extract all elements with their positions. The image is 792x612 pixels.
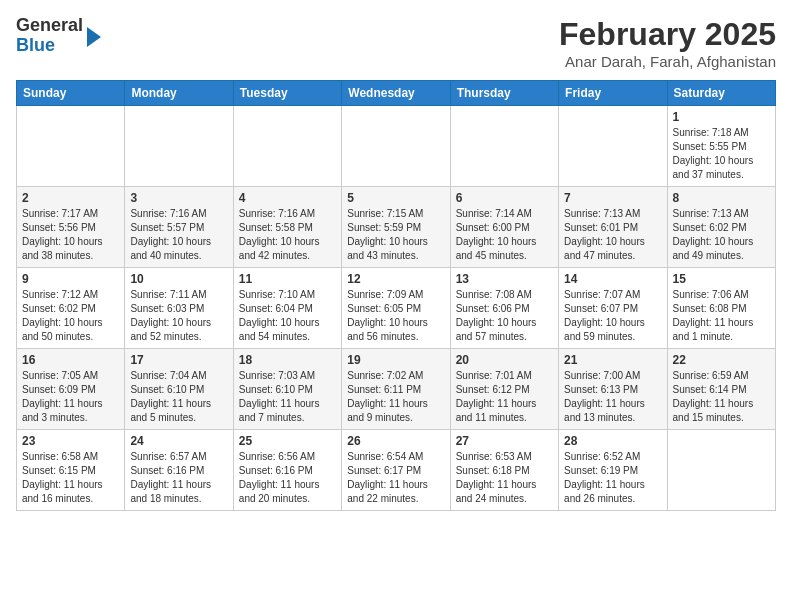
- weekday-header-monday: Monday: [125, 81, 233, 106]
- day-number: 20: [456, 353, 553, 367]
- day-number: 12: [347, 272, 444, 286]
- calendar-cell: 24Sunrise: 6:57 AM Sunset: 6:16 PM Dayli…: [125, 430, 233, 511]
- calendar-cell: [559, 106, 667, 187]
- calendar-cell: 16Sunrise: 7:05 AM Sunset: 6:09 PM Dayli…: [17, 349, 125, 430]
- day-info: Sunrise: 7:07 AM Sunset: 6:07 PM Dayligh…: [564, 288, 661, 344]
- calendar-cell: 7Sunrise: 7:13 AM Sunset: 6:01 PM Daylig…: [559, 187, 667, 268]
- day-number: 28: [564, 434, 661, 448]
- calendar-cell: [233, 106, 341, 187]
- weekday-header-thursday: Thursday: [450, 81, 558, 106]
- day-info: Sunrise: 7:18 AM Sunset: 5:55 PM Dayligh…: [673, 126, 770, 182]
- calendar-cell: 23Sunrise: 6:58 AM Sunset: 6:15 PM Dayli…: [17, 430, 125, 511]
- day-info: Sunrise: 7:08 AM Sunset: 6:06 PM Dayligh…: [456, 288, 553, 344]
- calendar-cell: 28Sunrise: 6:52 AM Sunset: 6:19 PM Dayli…: [559, 430, 667, 511]
- day-info: Sunrise: 6:57 AM Sunset: 6:16 PM Dayligh…: [130, 450, 227, 506]
- calendar-cell: 13Sunrise: 7:08 AM Sunset: 6:06 PM Dayli…: [450, 268, 558, 349]
- weekday-header-sunday: Sunday: [17, 81, 125, 106]
- weekday-header-friday: Friday: [559, 81, 667, 106]
- calendar-cell: 21Sunrise: 7:00 AM Sunset: 6:13 PM Dayli…: [559, 349, 667, 430]
- day-number: 22: [673, 353, 770, 367]
- day-info: Sunrise: 7:04 AM Sunset: 6:10 PM Dayligh…: [130, 369, 227, 425]
- day-number: 9: [22, 272, 119, 286]
- day-number: 19: [347, 353, 444, 367]
- day-number: 13: [456, 272, 553, 286]
- day-info: Sunrise: 7:16 AM Sunset: 5:57 PM Dayligh…: [130, 207, 227, 263]
- day-info: Sunrise: 6:52 AM Sunset: 6:19 PM Dayligh…: [564, 450, 661, 506]
- day-info: Sunrise: 6:53 AM Sunset: 6:18 PM Dayligh…: [456, 450, 553, 506]
- calendar-cell: 6Sunrise: 7:14 AM Sunset: 6:00 PM Daylig…: [450, 187, 558, 268]
- day-number: 15: [673, 272, 770, 286]
- weekday-header-wednesday: Wednesday: [342, 81, 450, 106]
- day-number: 16: [22, 353, 119, 367]
- day-info: Sunrise: 6:59 AM Sunset: 6:14 PM Dayligh…: [673, 369, 770, 425]
- calendar-cell: 11Sunrise: 7:10 AM Sunset: 6:04 PM Dayli…: [233, 268, 341, 349]
- day-info: Sunrise: 7:15 AM Sunset: 5:59 PM Dayligh…: [347, 207, 444, 263]
- calendar-cell: 5Sunrise: 7:15 AM Sunset: 5:59 PM Daylig…: [342, 187, 450, 268]
- logo-blue: Blue: [16, 35, 55, 55]
- calendar-week-5: 23Sunrise: 6:58 AM Sunset: 6:15 PM Dayli…: [17, 430, 776, 511]
- day-info: Sunrise: 7:00 AM Sunset: 6:13 PM Dayligh…: [564, 369, 661, 425]
- day-number: 8: [673, 191, 770, 205]
- page-header: General Blue February 2025 Anar Darah, F…: [16, 16, 776, 70]
- calendar-cell: [342, 106, 450, 187]
- day-number: 2: [22, 191, 119, 205]
- calendar-cell: 10Sunrise: 7:11 AM Sunset: 6:03 PM Dayli…: [125, 268, 233, 349]
- day-info: Sunrise: 7:02 AM Sunset: 6:11 PM Dayligh…: [347, 369, 444, 425]
- day-info: Sunrise: 7:01 AM Sunset: 6:12 PM Dayligh…: [456, 369, 553, 425]
- calendar-cell: 27Sunrise: 6:53 AM Sunset: 6:18 PM Dayli…: [450, 430, 558, 511]
- day-info: Sunrise: 7:13 AM Sunset: 6:02 PM Dayligh…: [673, 207, 770, 263]
- calendar-cell: 17Sunrise: 7:04 AM Sunset: 6:10 PM Dayli…: [125, 349, 233, 430]
- day-info: Sunrise: 7:05 AM Sunset: 6:09 PM Dayligh…: [22, 369, 119, 425]
- day-number: 7: [564, 191, 661, 205]
- day-number: 1: [673, 110, 770, 124]
- calendar-cell: 25Sunrise: 6:56 AM Sunset: 6:16 PM Dayli…: [233, 430, 341, 511]
- day-info: Sunrise: 6:58 AM Sunset: 6:15 PM Dayligh…: [22, 450, 119, 506]
- calendar-header-row: SundayMondayTuesdayWednesdayThursdayFrid…: [17, 81, 776, 106]
- calendar-cell: 15Sunrise: 7:06 AM Sunset: 6:08 PM Dayli…: [667, 268, 775, 349]
- calendar-cell: 22Sunrise: 6:59 AM Sunset: 6:14 PM Dayli…: [667, 349, 775, 430]
- day-info: Sunrise: 6:56 AM Sunset: 6:16 PM Dayligh…: [239, 450, 336, 506]
- day-number: 5: [347, 191, 444, 205]
- logo: General Blue: [16, 16, 101, 56]
- calendar-cell: 18Sunrise: 7:03 AM Sunset: 6:10 PM Dayli…: [233, 349, 341, 430]
- day-number: 25: [239, 434, 336, 448]
- day-number: 26: [347, 434, 444, 448]
- logo-arrow-icon: [87, 27, 101, 47]
- weekday-header-saturday: Saturday: [667, 81, 775, 106]
- day-info: Sunrise: 7:09 AM Sunset: 6:05 PM Dayligh…: [347, 288, 444, 344]
- day-info: Sunrise: 7:11 AM Sunset: 6:03 PM Dayligh…: [130, 288, 227, 344]
- day-number: 21: [564, 353, 661, 367]
- day-info: Sunrise: 7:03 AM Sunset: 6:10 PM Dayligh…: [239, 369, 336, 425]
- day-number: 6: [456, 191, 553, 205]
- calendar-cell: [667, 430, 775, 511]
- logo-general: General: [16, 15, 83, 35]
- day-number: 10: [130, 272, 227, 286]
- day-number: 23: [22, 434, 119, 448]
- day-info: Sunrise: 7:12 AM Sunset: 6:02 PM Dayligh…: [22, 288, 119, 344]
- calendar-cell: 4Sunrise: 7:16 AM Sunset: 5:58 PM Daylig…: [233, 187, 341, 268]
- day-number: 18: [239, 353, 336, 367]
- day-number: 17: [130, 353, 227, 367]
- calendar-cell: [125, 106, 233, 187]
- calendar-cell: 8Sunrise: 7:13 AM Sunset: 6:02 PM Daylig…: [667, 187, 775, 268]
- calendar-week-4: 16Sunrise: 7:05 AM Sunset: 6:09 PM Dayli…: [17, 349, 776, 430]
- location-subtitle: Anar Darah, Farah, Afghanistan: [559, 53, 776, 70]
- day-number: 24: [130, 434, 227, 448]
- calendar-cell: 3Sunrise: 7:16 AM Sunset: 5:57 PM Daylig…: [125, 187, 233, 268]
- calendar-cell: 12Sunrise: 7:09 AM Sunset: 6:05 PM Dayli…: [342, 268, 450, 349]
- day-info: Sunrise: 7:17 AM Sunset: 5:56 PM Dayligh…: [22, 207, 119, 263]
- calendar-cell: [450, 106, 558, 187]
- day-info: Sunrise: 7:14 AM Sunset: 6:00 PM Dayligh…: [456, 207, 553, 263]
- month-title: February 2025: [559, 16, 776, 53]
- day-number: 4: [239, 191, 336, 205]
- title-block: February 2025 Anar Darah, Farah, Afghani…: [559, 16, 776, 70]
- day-info: Sunrise: 7:16 AM Sunset: 5:58 PM Dayligh…: [239, 207, 336, 263]
- calendar-cell: 14Sunrise: 7:07 AM Sunset: 6:07 PM Dayli…: [559, 268, 667, 349]
- calendar-cell: 19Sunrise: 7:02 AM Sunset: 6:11 PM Dayli…: [342, 349, 450, 430]
- calendar-week-2: 2Sunrise: 7:17 AM Sunset: 5:56 PM Daylig…: [17, 187, 776, 268]
- calendar-cell: 20Sunrise: 7:01 AM Sunset: 6:12 PM Dayli…: [450, 349, 558, 430]
- calendar-week-1: 1Sunrise: 7:18 AM Sunset: 5:55 PM Daylig…: [17, 106, 776, 187]
- day-info: Sunrise: 7:13 AM Sunset: 6:01 PM Dayligh…: [564, 207, 661, 263]
- calendar-table: SundayMondayTuesdayWednesdayThursdayFrid…: [16, 80, 776, 511]
- day-number: 27: [456, 434, 553, 448]
